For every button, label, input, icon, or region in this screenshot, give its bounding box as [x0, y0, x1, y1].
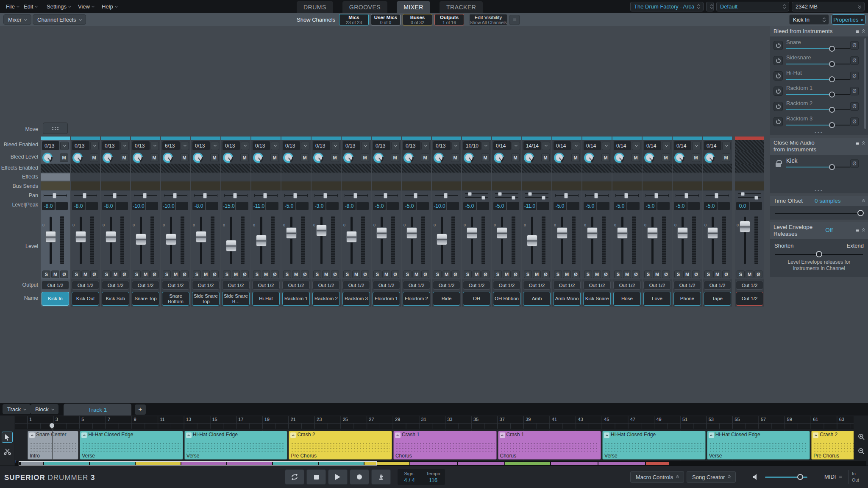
effects-enabled-cell[interactable] [402, 164, 431, 173]
phase-button[interactable]: Ø [481, 270, 490, 278]
phase-button[interactable]: Ø [211, 270, 219, 278]
channel-name[interactable]: Snare Bottom [162, 292, 189, 306]
level-value[interactable]: 0.0 [736, 202, 749, 210]
bleed-mute-button[interactable]: M [481, 153, 490, 162]
bleed-level-knob[interactable] [223, 153, 233, 163]
power-button[interactable] [773, 86, 783, 96]
song-overview-strip[interactable]: ⁝ [15, 461, 866, 466]
peak-value[interactable] [657, 202, 670, 210]
fader-handle[interactable] [467, 227, 477, 239]
mixer-channel-phone[interactable]: 0/14 M -5.0 0 S M Ø Out 1/2 Phone [673, 137, 702, 307]
filter-mics[interactable]: Mics23 of 23 [339, 14, 369, 25]
pointer-tool-button[interactable] [2, 432, 13, 443]
panel-resize-handle[interactable]: ••• [770, 131, 868, 135]
mixer-channel-side-snare-b-[interactable]: 0/13 M -15.0 0 S M Ø Out 1/2 Side Snare … [221, 137, 250, 307]
peak-value[interactable] [236, 202, 248, 210]
amount-slider[interactable] [786, 167, 850, 167]
effects-enabled-cell[interactable] [221, 164, 250, 173]
channel-name[interactable]: Side Snare Top [192, 292, 220, 306]
fader-handle[interactable] [647, 227, 658, 239]
bleed-enabled-value[interactable]: 0/14 [674, 141, 691, 150]
slider-knob[interactable] [829, 61, 835, 67]
effects-enabled-cell[interactable] [522, 164, 551, 173]
pan-track[interactable] [134, 195, 157, 196]
fader-handle[interactable] [557, 227, 568, 239]
song-creator-button[interactable]: Song Creator [687, 471, 736, 483]
phase-button[interactable]: Ø [850, 72, 859, 80]
bleed-enabled-value[interactable]: 0/13 [433, 141, 451, 150]
channel-name[interactable]: Amb Mono [553, 292, 581, 306]
peak-value[interactable] [417, 202, 429, 210]
pan-handle[interactable] [263, 193, 267, 198]
bleed-mute-button[interactable]: M [601, 153, 610, 162]
phase-button[interactable]: Ø [150, 270, 159, 278]
bleed-mute-button[interactable]: M [120, 153, 128, 162]
channel-name[interactable]: Ride [433, 292, 460, 306]
level-envelope-slider-knob[interactable] [816, 251, 822, 257]
effects-cell[interactable] [342, 173, 371, 181]
bus-sends-cell[interactable] [703, 181, 732, 191]
peak-value[interactable] [266, 202, 278, 210]
bleed-enabled-value[interactable]: 0/13 [313, 141, 330, 150]
fader-handle[interactable] [437, 234, 447, 245]
cut-tool-button[interactable] [2, 446, 13, 457]
bleed-dropdown-button[interactable] [451, 142, 460, 150]
bleed-level-knob[interactable] [103, 153, 113, 163]
tab-drums[interactable]: DRUMS [297, 1, 333, 13]
solo-button[interactable]: S [584, 270, 592, 278]
effects-cell[interactable] [251, 173, 281, 181]
bus-sends-cell[interactable] [251, 181, 281, 191]
pan-track[interactable] [435, 195, 458, 196]
bleed-mute-button[interactable]: M [632, 153, 640, 162]
bleed-level-knob[interactable] [524, 153, 534, 163]
bleed-dropdown-button[interactable] [331, 142, 339, 150]
level-value[interactable]: -5.0 [554, 202, 566, 210]
pan-track[interactable] [224, 195, 248, 196]
peak-value[interactable] [176, 202, 188, 210]
mixer-channel-kick-sub[interactable]: 0/13 M -8.0 0 S M Ø Out 1/2 Kick Sub [101, 137, 130, 307]
peak-value[interactable] [146, 202, 158, 210]
timeline-ruler[interactable]: 1357911131517192123252729313335373941434… [15, 416, 854, 429]
pan-handle[interactable] [83, 193, 86, 198]
power-button[interactable] [773, 102, 783, 111]
bleed-enabled-value[interactable]: 0/13 [102, 141, 120, 150]
pan-right-handle[interactable] [754, 196, 758, 200]
effects-enabled-cell[interactable] [71, 164, 100, 173]
pan-right-track[interactable] [738, 197, 761, 198]
effects-cell[interactable] [552, 173, 581, 181]
phase-button[interactable]: Ø [421, 270, 429, 278]
channel-name[interactable]: Kick Out [72, 292, 99, 306]
bleed-mute-button[interactable]: M [90, 153, 98, 162]
power-button[interactable] [773, 56, 783, 65]
bleed-enabled-value[interactable]: 10/10 [463, 141, 481, 150]
channel-name[interactable]: Racktom 2 [312, 292, 340, 306]
bleed-dropdown-button[interactable] [632, 142, 640, 150]
output-select[interactable]: Out 1/2 [583, 281, 611, 290]
effects-cell[interactable] [131, 173, 160, 181]
effects-cell[interactable] [312, 173, 341, 181]
level-value[interactable]: -5.0 [614, 202, 626, 210]
bleed-mute-button[interactable]: M [391, 153, 399, 162]
bus-sends-cell[interactable] [101, 181, 130, 191]
effects-enabled-cell[interactable] [372, 164, 401, 173]
effects-cell[interactable] [582, 173, 612, 181]
bus-sends-cell[interactable] [281, 181, 311, 191]
bleed-dropdown-button[interactable] [481, 142, 490, 150]
peak-value[interactable] [86, 202, 98, 210]
pan-track[interactable] [405, 195, 428, 196]
bus-sends-cell[interactable] [402, 181, 431, 191]
phase-button[interactable]: Ø [662, 270, 670, 278]
fader-handle[interactable] [406, 227, 417, 239]
bus-sends-cell[interactable] [612, 181, 642, 191]
amount-slider[interactable] [786, 94, 850, 95]
phase-button[interactable]: Ø [722, 270, 730, 278]
bleed-enabled-value[interactable]: 0/13 [403, 141, 420, 150]
output-select[interactable]: Out 1/2 [613, 281, 641, 290]
effects-enabled-cell[interactable] [281, 164, 311, 173]
effects-enabled-cell[interactable] [101, 164, 130, 173]
bus-sends-cell[interactable] [582, 181, 612, 191]
peak-value[interactable] [356, 202, 369, 210]
mixer-channel-kick-in[interactable]: 0/13 M -8.0 0 S M Ø Out 1/2 Kick In [41, 137, 70, 307]
time-offset-value[interactable]: 0 samples [815, 198, 841, 204]
effects-cell[interactable] [612, 173, 642, 181]
